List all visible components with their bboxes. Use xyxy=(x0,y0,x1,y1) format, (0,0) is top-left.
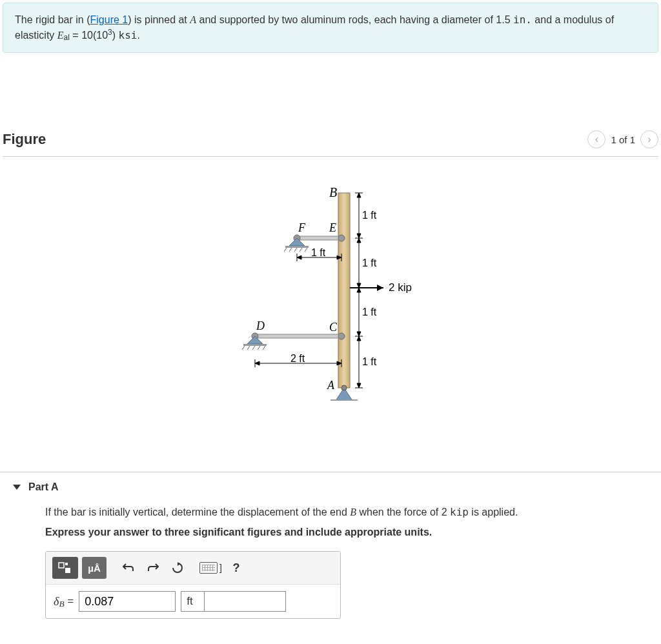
svg-line-29 xyxy=(263,346,265,350)
svg-rect-3 xyxy=(330,399,358,401)
svg-rect-20 xyxy=(253,334,341,338)
svg-line-15 xyxy=(284,248,287,252)
figure-image: B F E D C A 1 ft 1 ft 1 ft 1 ft 1 ft 2 f… xyxy=(3,162,658,407)
svg-line-17 xyxy=(294,248,297,252)
svg-point-21 xyxy=(338,333,345,339)
part-a-body: If the bar is initially vertical, determ… xyxy=(19,505,658,619)
part-a-title: Part A xyxy=(28,481,59,493)
svg-rect-60 xyxy=(65,563,68,565)
undo-button[interactable] xyxy=(118,558,139,578)
part-a-instruction: Express your answer to three significant… xyxy=(45,527,658,538)
figure-title: Figure xyxy=(3,131,46,148)
template-button[interactable] xyxy=(52,557,78,579)
units-button[interactable]: µÅ xyxy=(82,557,107,579)
svg-rect-59 xyxy=(59,563,64,568)
label-E: E xyxy=(329,221,336,234)
figure-nav: ‹ 1 of 1 › xyxy=(587,130,658,148)
dim-1ft-FE: 1 ft xyxy=(311,247,326,258)
svg-rect-10 xyxy=(295,236,341,240)
svg-rect-0 xyxy=(338,193,350,388)
dim-1ft-top: 1 ft xyxy=(362,210,377,221)
problem-text: The rigid bar in ( xyxy=(15,14,90,25)
figure-counter: 1 of 1 xyxy=(611,134,635,145)
unit-blank[interactable] xyxy=(205,592,285,611)
svg-line-18 xyxy=(300,248,302,252)
svg-line-25 xyxy=(242,346,245,350)
dim-1ft-2: 1 ft xyxy=(362,257,377,268)
redo-button[interactable] xyxy=(143,558,163,578)
svg-line-26 xyxy=(247,346,250,350)
label-C: C xyxy=(329,321,338,334)
dim-1ft-3: 1 ft xyxy=(362,307,377,317)
figure-header: Figure ‹ 1 of 1 › xyxy=(3,130,658,157)
answer-box: µÅ ] ? xyxy=(45,551,341,619)
svg-marker-62 xyxy=(178,562,180,566)
svg-rect-24 xyxy=(243,344,267,346)
answer-value-input[interactable] xyxy=(79,591,176,612)
unit-input-wrap[interactable]: ft xyxy=(181,591,286,612)
unit-value: ft xyxy=(181,592,205,611)
answer-toolbar: µÅ ] ? xyxy=(46,552,340,585)
svg-marker-47 xyxy=(357,383,361,388)
help-button[interactable]: ? xyxy=(226,558,247,578)
figure-section: Figure ‹ 1 of 1 › xyxy=(0,130,661,407)
svg-rect-61 xyxy=(65,568,70,573)
label-B: B xyxy=(329,185,337,199)
answer-row: δB = ft xyxy=(46,585,340,618)
svg-rect-14 xyxy=(285,246,309,248)
label-D: D xyxy=(256,319,265,332)
svg-marker-33 xyxy=(357,193,361,197)
svg-point-2 xyxy=(341,385,347,390)
keyboard-icon xyxy=(199,562,218,574)
collapse-icon xyxy=(13,485,21,490)
answer-symbol: δB = xyxy=(54,595,74,609)
label-F: F xyxy=(298,221,306,234)
svg-line-28 xyxy=(258,346,260,350)
svg-marker-46 xyxy=(357,336,361,341)
reset-button[interactable] xyxy=(167,558,188,578)
keyboard-button[interactable]: ] xyxy=(199,558,222,578)
svg-line-16 xyxy=(289,248,292,252)
svg-line-19 xyxy=(305,248,307,252)
problem-statement: The rigid bar in (Figure 1) is pinned at… xyxy=(3,3,658,53)
svg-line-27 xyxy=(252,346,255,350)
part-a-header[interactable]: Part A xyxy=(13,481,658,493)
dim-2ft-DC: 2 ft xyxy=(290,353,305,364)
svg-marker-31 xyxy=(377,285,383,291)
dim-1ft-4: 1 ft xyxy=(362,356,377,367)
svg-marker-55 xyxy=(255,361,259,365)
label-A: A xyxy=(327,379,335,392)
figure-svg: B F E D C A 1 ft 1 ft 1 ft 1 ft 1 ft 2 f… xyxy=(221,181,440,401)
part-a-section: Part A If the bar is initially vertical,… xyxy=(0,472,661,619)
svg-marker-42 xyxy=(357,288,361,292)
load-label: 2 kip xyxy=(389,281,412,294)
svg-marker-50 xyxy=(297,256,301,259)
svg-marker-38 xyxy=(357,238,361,243)
figure-next-button[interactable]: › xyxy=(640,130,658,148)
part-a-question: If the bar is initially vertical, determ… xyxy=(45,505,658,520)
figure-link[interactable]: Figure 1 xyxy=(90,14,128,25)
svg-point-11 xyxy=(338,235,345,241)
figure-prev-button[interactable]: ‹ xyxy=(587,130,605,148)
